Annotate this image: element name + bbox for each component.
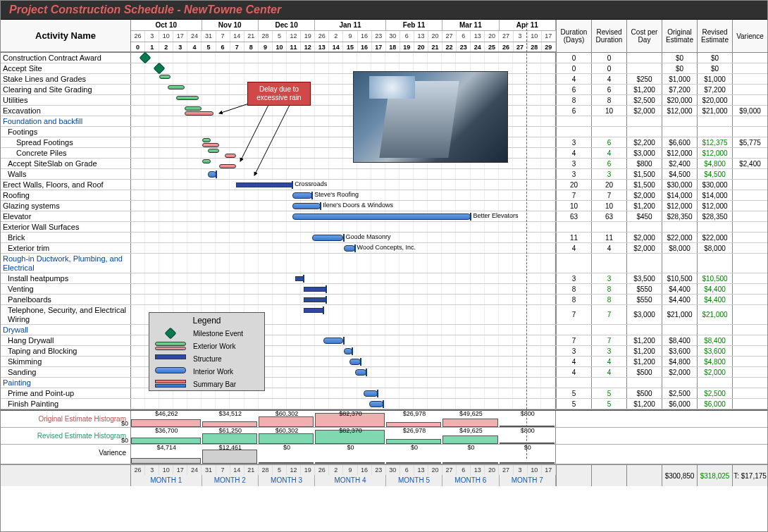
task-row[interactable]: Telephone, Security, and Electrical Wiri…	[1, 305, 767, 325]
gantt-cell	[131, 295, 556, 304]
timescale: Oct 10Nov 10Dec 10Jan 11Feb 11Mar 11Apr …	[131, 20, 556, 52]
gantt-cell	[131, 53, 556, 63]
footer: 2631017243171421285121926291623306132027…	[1, 464, 767, 486]
activity-name: Concrete Piles	[1, 148, 131, 158]
activity-name: Elevator	[1, 211, 131, 221]
activity-name: Footings	[1, 127, 131, 137]
col-re: Revised Estimate	[697, 20, 732, 52]
total-re: $318,025	[697, 465, 732, 486]
col-rev-duration: Revised Duration	[591, 20, 626, 52]
histo-label-var: Varience	[1, 445, 131, 464]
task-row[interactable]: Install heatpumps33$3,500$10,500$10,500	[1, 273, 767, 284]
gantt-cell: Crossroads	[131, 180, 556, 190]
bar-label: Crossroads	[295, 180, 327, 187]
histo-label-orig: Original Estimate Histogram	[1, 411, 131, 427]
gantt-cell: Better Elevators	[131, 211, 556, 221]
task-row[interactable]: Exterior Wall Surfaces	[1, 222, 767, 233]
building-photo	[353, 71, 508, 163]
activity-name: Finish Painting	[1, 399, 131, 409]
task-row[interactable]: Glazing systemsIlene's Doors & Windows10…	[1, 201, 767, 211]
activity-name: Accept SiteSlab on Grade	[1, 159, 131, 168]
activity-name: Exterior Wall Surfaces	[1, 222, 131, 232]
legend-milestone: Milestone Event	[193, 330, 243, 338]
col-duration: Duration (Days)	[556, 20, 591, 52]
legend-structure: Structure	[193, 355, 222, 363]
activity-name: Exterior trim	[1, 243, 131, 253]
task-row[interactable]: Drywall	[1, 325, 767, 335]
activity-name: Telephone, Security, and Electrical Wiri…	[1, 305, 131, 324]
activity-name: Clearing and Site Grading	[1, 85, 131, 94]
bar-label: Ilene's Doors & Windows	[323, 202, 393, 209]
legend-summary: Summary Bar	[193, 381, 236, 388]
legend-exterior: Exterior Work	[193, 342, 235, 350]
month-header: Apr 11	[500, 20, 556, 31]
bar-label: Better Elevators	[473, 212, 518, 219]
task-row[interactable]: Sanding44$500$2,000$2,000	[1, 367, 767, 378]
activity-name: Accept Site	[1, 63, 131, 73]
task-row[interactable]: Finish Painting55$1,200$6,000$6,000	[1, 399, 767, 409]
histo-var: $4,714$12,461$0$0$0$0$0	[131, 445, 556, 464]
task-row[interactable]: Rough-in Ductwork, Plumbing, and Electri…	[1, 254, 767, 273]
legend-interior: Interior Work	[193, 368, 233, 376]
task-row[interactable]: Exterior trimWood Concepts, Inc.44$2,000…	[1, 243, 767, 254]
activity-name: Walls	[1, 169, 131, 179]
month-header: Feb 11	[386, 20, 442, 31]
histo-orig: $0$46,262$34,512$60,302$82,370$26,978$49…	[131, 411, 556, 427]
activity-name: Roofing	[1, 190, 131, 200]
status-line	[526, 22, 527, 459]
activity-name: Painting	[1, 378, 131, 388]
activity-name: Brick	[1, 233, 131, 242]
task-row[interactable]: Construction Contract Award00$0$0	[1, 53, 767, 63]
activity-name: Excavation	[1, 106, 131, 116]
activity-name: Erect Walls, Floors, and Roof	[1, 180, 131, 190]
page-title: Project Construction Schedule - NewTowne…	[1, 1, 767, 20]
task-row[interactable]: Erect Walls, Floors, and RoofCrossroads2…	[1, 180, 767, 190]
gantt-cell	[131, 273, 556, 283]
activity-name: Glazing systems	[1, 201, 131, 211]
activity-name: Venting	[1, 284, 131, 294]
task-row[interactable]: RoofingSteve's Roofing77$2,000$14,000$14…	[1, 190, 767, 201]
activity-name: Utilities	[1, 95, 131, 105]
task-row[interactable]: Taping and Blocking33$1,200$3,600$3,600	[1, 346, 767, 357]
gantt-cell	[131, 284, 556, 294]
task-row[interactable]: Panelboards88$550$4,400$4,400	[1, 295, 767, 305]
task-row[interactable]: ElevatorBetter Elevators6363$450$28,350$…	[1, 211, 767, 222]
activity-name: Stake Lines and Grades	[1, 74, 131, 84]
legend-title: Legend	[149, 313, 264, 327]
task-row[interactable]: BrickGoode Masonry1111$2,000$22,000$22,0…	[1, 233, 767, 243]
activity-name: Drywall	[1, 325, 131, 335]
activity-name: Hang Drywall	[1, 335, 131, 345]
gantt-app: Project Construction Schedule - NewTowne…	[0, 0, 768, 532]
month-header: Jan 11	[315, 20, 386, 31]
activity-name: Construction Contract Award	[1, 53, 131, 63]
gantt-cell	[131, 222, 556, 232]
total-oe: $300,850	[662, 465, 697, 486]
activity-header: Activity Name	[1, 20, 131, 52]
activity-name: Panelboards	[1, 295, 131, 304]
gantt-cell	[131, 399, 556, 409]
task-row[interactable]: Venting88$550$4,400$4,400	[1, 284, 767, 295]
activity-name: Foundation and backfill	[1, 116, 131, 126]
header-row: Activity Name Oct 10Nov 10Dec 10Jan 11Fe…	[1, 20, 767, 53]
bar-label: Steve's Roofing	[314, 191, 359, 198]
task-row[interactable]: Skimming44$1,200$4,800$4,800	[1, 357, 767, 367]
activity-name: Rough-in Ductwork, Plumbing, and Electri…	[1, 254, 131, 273]
col-cpd: Cost per Day	[626, 20, 662, 52]
data-col-headers: Duration (Days) Revised Duration Cost pe…	[556, 20, 767, 52]
bar-label: Goode Masonry	[346, 233, 391, 240]
month-header: Dec 10	[259, 20, 315, 31]
gantt-cell: Wood Concepts, Inc.	[131, 243, 556, 253]
histo-label-rev: Revised Estimate Histogram	[1, 428, 131, 444]
task-row[interactable]: Painting	[1, 378, 767, 388]
activity-name: Skimming	[1, 357, 131, 366]
activity-name: Sanding	[1, 367, 131, 377]
task-row[interactable]: Hang Drywall77$1,200$8,400$8,400	[1, 335, 767, 346]
task-row[interactable]: Walls33$1,500$4,500$4,500	[1, 169, 767, 180]
gantt-cell: Ilene's Doors & Windows	[131, 201, 556, 211]
month-header: Mar 11	[442, 20, 499, 31]
legend: Legend Milestone Event Exterior Work Str…	[149, 312, 265, 391]
col-var: Varience	[732, 20, 767, 52]
task-row[interactable]: Prime and Point-up55$500$2,500$2,500	[1, 388, 767, 399]
month-header: Nov 10	[202, 20, 259, 31]
col-oe: Original Estimate	[662, 20, 697, 52]
